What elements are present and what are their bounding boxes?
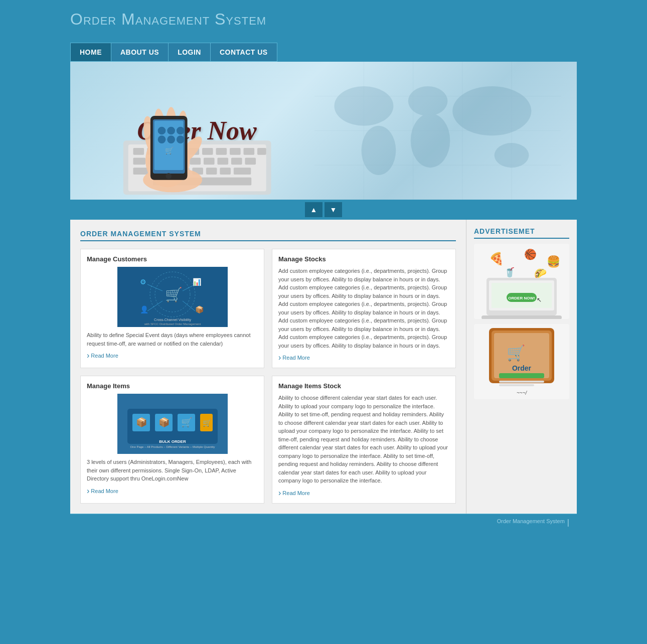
manage-customers-read-more[interactable]: Read More (87, 352, 258, 360)
main-content: ORDER MANAGEMENT SYSTEM Manage Customers… (70, 220, 577, 514)
section-heading: ORDER MANAGEMENT SYSTEM (80, 230, 456, 238)
nav-login[interactable]: LOGIN (169, 43, 211, 62)
svg-text:🍕: 🍕 (489, 251, 504, 266)
svg-text:⚙: ⚙ (140, 278, 146, 286)
svg-rect-28 (234, 168, 251, 175)
manage-stocks-read-more[interactable]: Read More (278, 354, 449, 362)
svg-point-51 (410, 113, 450, 168)
manage-items-image: 📦 📦 🛒 🛒 BULK ORDER One Page – All Produc… (87, 394, 258, 454)
manage-items-title: Manage Items (87, 382, 258, 390)
manage-customers-image: 🛒 ⚙ 📊 👤 📦 Cross-Channel Visibility (87, 267, 258, 327)
svg-text:~~~/: ~~~/ (517, 390, 528, 396)
svg-text:🛒: 🛒 (507, 344, 526, 362)
nav-bar: HOME ABOUT US LOGIN CONTACT US (0, 43, 647, 62)
svg-text:🛒: 🛒 (165, 146, 174, 155)
svg-rect-7 (202, 148, 213, 155)
manage-items-description: 3 levels of users (Administrators, Manag… (87, 458, 258, 483)
svg-text:📦: 📦 (158, 417, 170, 428)
svg-rect-108 (499, 384, 534, 386)
svg-text:Order: Order (512, 364, 532, 372)
svg-rect-18 (217, 158, 228, 165)
feature-card-manage-items-stock: Manage Items Stock Ability to choose dif… (272, 376, 456, 504)
footer-divider: | (567, 518, 569, 527)
svg-point-41 (167, 127, 175, 135)
svg-text:👤: 👤 (140, 305, 149, 314)
ad-heading: ADVERTISEMET (474, 227, 569, 235)
svg-rect-16 (190, 158, 201, 165)
svg-rect-9 (230, 148, 241, 155)
svg-text:🍔: 🍔 (547, 255, 561, 268)
svg-rect-10 (244, 148, 255, 155)
manage-stocks-title: Manage Stocks (278, 255, 449, 263)
nav-contact[interactable]: CONTACT US (211, 43, 277, 62)
svg-text:🏀: 🏀 (524, 248, 537, 260)
svg-rect-27 (220, 168, 231, 175)
svg-point-45 (177, 135, 185, 143)
svg-rect-11 (257, 148, 266, 155)
carousel-controls: ▲ ▼ (70, 200, 577, 220)
feature-card-manage-stocks: Manage Stocks Add custom employee catego… (272, 249, 456, 368)
ad-image-2: 🛒 Order ~~~/ (474, 324, 569, 399)
svg-text:↖: ↖ (537, 296, 542, 303)
header: Order Management System (0, 0, 647, 43)
svg-point-44 (167, 135, 175, 143)
svg-point-43 (158, 135, 166, 143)
svg-rect-12 (133, 158, 146, 165)
carousel-prev-btn[interactable]: ▲ (305, 202, 322, 217)
manage-stocks-description: Add custom employee categories (i.e., de… (278, 267, 449, 350)
manage-customers-title: Manage Customers (87, 255, 258, 263)
hero-banner: 🛒 (70, 62, 577, 200)
svg-text:One Page – All Products – Diff: One Page – All Products – Different Vari… (130, 445, 215, 448)
world-map-bg (298, 62, 577, 200)
ad-divider (474, 238, 569, 239)
svg-point-49 (361, 126, 396, 175)
footer-text: Order Management System (497, 518, 565, 527)
svg-text:BULK ORDER: BULK ORDER (159, 439, 186, 444)
svg-rect-2 (133, 148, 144, 155)
svg-rect-17 (204, 158, 215, 165)
feature-grid: Manage Customers 🛒 ⚙ 📊 👤 📦 (80, 249, 456, 504)
svg-rect-19 (231, 158, 242, 165)
carousel-next-btn[interactable]: ▼ (325, 202, 342, 217)
svg-text:🥤: 🥤 (504, 267, 516, 278)
left-content: ORDER MANAGEMENT SYSTEM Manage Customers… (70, 220, 466, 514)
svg-rect-106 (499, 373, 544, 378)
svg-text:with SFCC Distributed Order Ma: with SFCC Distributed Order Management (143, 323, 201, 326)
svg-rect-21 (133, 168, 148, 175)
manage-items-read-more[interactable]: Read More (87, 487, 258, 495)
feature-card-manage-customers: Manage Customers 🛒 ⚙ 📊 👤 📦 (80, 249, 264, 368)
svg-point-50 (408, 86, 447, 116)
svg-rect-26 (206, 168, 217, 175)
svg-text:🛒: 🛒 (202, 419, 211, 427)
nav-home[interactable]: HOME (70, 43, 111, 62)
svg-rect-8 (216, 148, 227, 155)
svg-rect-20 (245, 158, 256, 165)
svg-text:Cross-Channel Visibility: Cross-Channel Visibility (154, 318, 191, 322)
svg-text:📦: 📦 (195, 305, 204, 314)
footer: Order Management System | (70, 514, 577, 531)
svg-text:📦: 📦 (136, 417, 147, 428)
svg-text:ORDER NOW!: ORDER NOW! (508, 296, 535, 300)
manage-items-stock-title: Manage Items Stock (278, 382, 449, 390)
manage-items-stock-description: Ability to choose different calendar yea… (278, 394, 449, 485)
ad-image-1: 🍕 🏀 🍔 🥤 🌮 ORDER NOW! ↖ (474, 244, 569, 319)
svg-rect-99 (481, 315, 562, 319)
site-title: Order Management System (70, 10, 577, 29)
svg-rect-107 (499, 381, 544, 383)
manage-items-stock-read-more[interactable]: Read More (278, 489, 449, 497)
nav-about[interactable]: ABOUT US (111, 43, 169, 62)
svg-point-42 (177, 127, 185, 135)
svg-text:🌮: 🌮 (534, 267, 547, 279)
svg-text:🛒: 🛒 (181, 417, 193, 428)
svg-point-47 (166, 173, 172, 179)
section-divider (80, 240, 456, 241)
svg-point-40 (158, 127, 166, 135)
manage-customers-description: Ability to define Special Event days (da… (87, 331, 258, 348)
feature-card-manage-items: Manage Items 📦 📦 🛒 (80, 376, 264, 504)
right-sidebar: ADVERTISEMET 🍕 🏀 🍔 🥤 🌮 ORDER NOW! (466, 220, 577, 514)
svg-text:🛒: 🛒 (165, 286, 183, 303)
svg-point-52 (452, 86, 531, 135)
